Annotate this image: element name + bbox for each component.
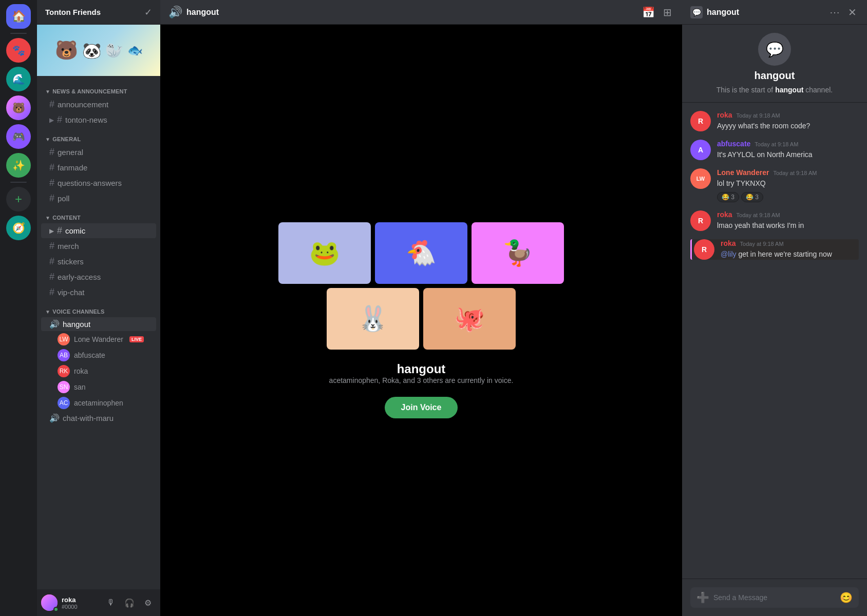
voice-user-acetaminophen[interactable]: AC acetaminophen — [41, 395, 156, 411]
voice-username: acetaminophen — [74, 399, 123, 407]
message-abfuscate: A abfuscate Today at 9:18 AM It's AYYLOL… — [690, 140, 859, 160]
message-time: Today at 9:18 AM — [740, 241, 784, 247]
channel-name: announcement — [58, 100, 108, 109]
message-author: roka — [717, 210, 732, 219]
category-news[interactable]: ▼ NEWS & ANNOUNCEMENT — [37, 80, 160, 97]
grid-icon-button[interactable]: ⊞ — [661, 4, 674, 21]
message-text: Ayyyy what's the room code? — [717, 121, 859, 131]
channel-merch[interactable]: # merch — [41, 239, 156, 254]
channel-tonton-news[interactable]: ▶ # tonton-news — [41, 112, 156, 127]
reaction-2[interactable]: 😂 3 — [741, 192, 763, 202]
thread-messages: R roka Today at 9:18 AM Ayyyy what's the… — [682, 103, 867, 579]
server-icon-4[interactable]: 🎮 — [6, 124, 31, 149]
message-input[interactable] — [713, 593, 836, 602]
message-header: roka Today at 9:18 AM — [717, 210, 859, 219]
voice-area: 🐸 🐔 🦆 🐰 🐙 hangout acetami — [160, 25, 682, 616]
voice-channel-name: hangout — [63, 320, 90, 329]
channel-header-name: hangout — [186, 8, 219, 17]
voice-user-lone-wanderer[interactable]: LW Lone Wanderer LIVE — [41, 332, 156, 347]
thread-input-box: ➕ 😊 — [690, 587, 859, 608]
server-icon-1[interactable]: 🐾 — [6, 38, 31, 63]
voice-channel-chat-with-maru[interactable]: 🔊 chat-with-maru — [41, 411, 156, 425]
channel-sidebar: Tonton Friends ✓ 🐻 🐼 🦭 🐟 ▼ NEWS & ANNOUN… — [37, 0, 160, 616]
hash-icon: # — [49, 256, 54, 267]
channel-general[interactable]: # general — [41, 145, 156, 160]
desc-channel: hangout — [775, 86, 803, 94]
server-icon-home[interactable]: 🏠 — [6, 4, 31, 29]
thread-close-button[interactable]: ✕ — [846, 4, 859, 21]
server-header[interactable]: Tonton Friends ✓ — [37, 0, 160, 25]
voice-channel-hangout[interactable]: 🔊 hangout — [41, 317, 156, 331]
message-lone-wanderer: LW Lone Wanderer Today at 9:18 AM lol tr… — [690, 168, 859, 202]
thread-panel: 💬 hangout ⋯ ✕ 💬 hangout This is the star… — [682, 0, 867, 616]
voice-username: abfuscate — [74, 351, 105, 359]
channel-comic[interactable]: ▶ # comic — [41, 223, 156, 238]
add-attachment-icon[interactable]: ➕ — [696, 591, 709, 604]
category-label: VOICE CHANNELS — [52, 309, 104, 315]
message-content: Lone Wanderer Today at 9:18 AM lol try T… — [717, 168, 859, 202]
message-roka-2: R roka Today at 9:18 AM lmao yeah that w… — [690, 210, 859, 231]
server-icon-5[interactable]: ✨ — [6, 153, 31, 178]
emoji-picker-icon[interactable]: 😊 — [840, 591, 853, 604]
channel-fanmade[interactable]: # fanmade — [41, 160, 156, 175]
voice-user-san[interactable]: SN san — [41, 379, 156, 395]
server-icon-2[interactable]: 🌊 — [6, 67, 31, 91]
voice-tile-4: 🐰 — [327, 288, 419, 350]
mention: @lily — [721, 250, 737, 258]
username: roka — [62, 596, 99, 604]
voice-username: san — [74, 383, 86, 391]
channel-announcement[interactable]: # announcement — [41, 97, 156, 112]
hash-icon: # — [57, 114, 62, 125]
thread-channel-desc: This is the start of hangout channel. — [717, 86, 833, 94]
voice-tiles: 🐸 🐔 🦆 🐰 🐙 — [278, 222, 564, 350]
category-general[interactable]: ▼ GENERAL — [37, 128, 160, 144]
calendar-icon-button[interactable]: 📅 — [640, 4, 657, 21]
channel-name: poll — [58, 194, 69, 203]
voice-tiles-row-1: 🐸 🐔 🦆 — [278, 222, 564, 284]
voice-header-icon: 🔊 — [168, 6, 182, 19]
channel-name: questions-answers — [58, 179, 122, 187]
voice-tiles-row-2: 🐰 🐙 — [327, 288, 516, 350]
add-server-button[interactable]: + — [6, 187, 31, 211]
message-text: lmao yeah that works I'm in — [717, 221, 859, 231]
thread-input: ➕ 😊 — [682, 579, 867, 616]
message-avatar: R — [690, 210, 711, 231]
category-voice[interactable]: ▼ VOICE CHANNELS — [37, 300, 160, 317]
mute-button[interactable]: 🎙 — [103, 594, 119, 611]
voice-user-abfuscate[interactable]: AB abfuscate — [41, 348, 156, 363]
category-label: GENERAL — [52, 136, 81, 142]
join-voice-button[interactable]: Join Voice — [385, 397, 458, 418]
channel-name: stickers — [58, 257, 84, 266]
headset-button[interactable]: 🎧 — [121, 594, 138, 611]
channel-poll[interactable]: # poll — [41, 191, 156, 206]
channel-name: comic — [65, 226, 85, 235]
reaction-1[interactable]: 😂 3 — [717, 192, 739, 202]
thread-more-button[interactable]: ⋯ — [827, 4, 842, 21]
live-badge: LIVE — [129, 336, 144, 342]
voice-participants: acetaminophen, Roka, and 3 others are cu… — [329, 376, 514, 384]
category-arrow: ▼ — [45, 309, 50, 315]
channel-stickers[interactable]: # stickers — [41, 254, 156, 269]
hash-icon: # — [49, 272, 54, 282]
main-content: 🔊 hangout 📅 ⊞ 🐸 🐔 🦆 🐰 — [160, 0, 682, 616]
emoji-reactions: 😂 3 😂 3 — [717, 192, 859, 202]
server-icon-tonton[interactable]: 🐻 — [6, 95, 31, 120]
settings-button[interactable]: ⚙ — [140, 594, 156, 611]
channel-vip-chat[interactable]: # vip-chat — [41, 285, 156, 300]
channel-name: tonton-news — [65, 116, 107, 124]
channel-header: 🔊 hangout 📅 ⊞ — [160, 0, 682, 25]
voice-user-roka[interactable]: RK roka — [41, 363, 156, 379]
message-header: roka Today at 9:18 AM — [717, 111, 859, 119]
channel-early-access[interactable]: # early-access — [41, 270, 156, 284]
user-avatar: RK — [58, 365, 70, 377]
category-content[interactable]: ▼ CONTENT — [37, 206, 160, 223]
thread-channel-info: 💬 hangout This is the start of hangout c… — [682, 25, 867, 103]
server-header-chevron: ✓ — [144, 7, 152, 18]
channel-questions-answers[interactable]: # questions-answers — [41, 176, 156, 190]
message-body: get in here we're starting now — [738, 250, 832, 258]
server-icon-explore[interactable]: 🧭 — [6, 216, 31, 240]
hash-icon: # — [49, 99, 54, 110]
message-text: @lily get in here we're starting now — [721, 249, 859, 260]
tile-avatar: 🐔 — [406, 241, 437, 265]
message-text: It's AYYLOL on North America — [717, 150, 859, 160]
